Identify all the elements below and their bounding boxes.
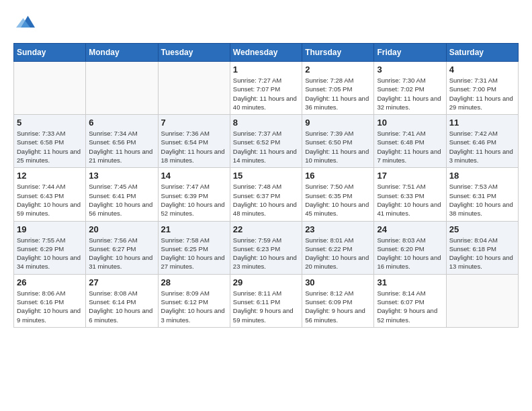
calendar-cell: 16Sunrise: 7:50 AMSunset: 6:35 PMDayligh…: [302, 168, 374, 221]
calendar-cell: 28Sunrise: 8:09 AMSunset: 6:12 PMDayligh…: [158, 274, 230, 327]
day-number: 4: [449, 64, 515, 75]
day-number: 9: [305, 118, 371, 128]
calendar-cell: 8Sunrise: 7:37 AMSunset: 6:52 PMDaylight…: [230, 115, 302, 168]
day-number: 24: [377, 224, 443, 234]
logo-icon: [16, 13, 35, 32]
day-info: Sunrise: 7:34 AMSunset: 6:56 PMDaylight:…: [89, 129, 154, 165]
day-info: Sunrise: 8:14 AMSunset: 6:07 PMDaylight:…: [377, 289, 443, 324]
calendar-cell: 18Sunrise: 7:53 AMSunset: 6:31 PMDayligh…: [446, 168, 518, 221]
calendar-cell: 24Sunrise: 8:03 AMSunset: 6:20 PMDayligh…: [374, 221, 446, 274]
calendar-cell: [14, 62, 86, 115]
calendar-cell: 30Sunrise: 8:12 AMSunset: 6:09 PMDayligh…: [302, 274, 374, 327]
day-number: 26: [17, 277, 83, 287]
day-info: Sunrise: 7:50 AMSunset: 6:35 PMDaylight:…: [305, 182, 371, 218]
day-number: 19: [17, 224, 83, 234]
day-info: Sunrise: 8:06 AMSunset: 6:16 PMDaylight:…: [17, 289, 83, 324]
day-number: 30: [305, 277, 371, 287]
day-number: 2: [305, 64, 371, 75]
day-info: Sunrise: 8:04 AMSunset: 6:18 PMDaylight:…: [449, 236, 515, 271]
day-number: 10: [377, 118, 443, 128]
day-info: Sunrise: 7:51 AMSunset: 6:33 PMDaylight:…: [377, 182, 443, 218]
day-info: Sunrise: 7:42 AMSunset: 6:46 PMDaylight:…: [449, 129, 515, 165]
day-number: 28: [161, 277, 227, 287]
calendar-cell: [158, 62, 230, 115]
calendar-cell: 20Sunrise: 7:56 AMSunset: 6:27 PMDayligh…: [86, 221, 158, 274]
calendar-cell: 13Sunrise: 7:45 AMSunset: 6:41 PMDayligh…: [86, 168, 158, 221]
calendar-cell: 1Sunrise: 7:27 AMSunset: 7:07 PMDaylight…: [230, 62, 302, 115]
day-info: Sunrise: 8:09 AMSunset: 6:12 PMDaylight:…: [161, 289, 227, 324]
calendar-cell: 31Sunrise: 8:14 AMSunset: 6:07 PMDayligh…: [374, 274, 446, 327]
calendar-cell: 15Sunrise: 7:48 AMSunset: 6:37 PMDayligh…: [230, 168, 302, 221]
day-number: 22: [233, 224, 299, 234]
day-number: 20: [89, 224, 154, 234]
calendar-cell: 10Sunrise: 7:41 AMSunset: 6:48 PMDayligh…: [374, 115, 446, 168]
day-info: Sunrise: 8:12 AMSunset: 6:09 PMDaylight:…: [305, 289, 371, 324]
calendar-cell: 4Sunrise: 7:31 AMSunset: 7:00 PMDaylight…: [446, 62, 518, 115]
day-number: 6: [89, 118, 154, 128]
calendar-cell: 6Sunrise: 7:34 AMSunset: 6:56 PMDaylight…: [86, 115, 158, 168]
calendar-cell: 12Sunrise: 7:44 AMSunset: 6:43 PMDayligh…: [14, 168, 86, 221]
calendar-header-row: SundayMondayTuesdayWednesdayThursdayFrid…: [14, 44, 519, 62]
header-thursday: Thursday: [302, 44, 374, 62]
calendar-cell: 17Sunrise: 7:51 AMSunset: 6:33 PMDayligh…: [374, 168, 446, 221]
calendar-cell: 27Sunrise: 8:08 AMSunset: 6:14 PMDayligh…: [86, 274, 158, 327]
day-number: 31: [377, 277, 443, 287]
day-number: 25: [449, 224, 515, 234]
day-info: Sunrise: 8:01 AMSunset: 6:22 PMDaylight:…: [305, 236, 371, 271]
calendar-cell: [446, 274, 518, 327]
day-number: 1: [233, 64, 299, 75]
day-number: 7: [161, 118, 227, 128]
calendar-cell: 11Sunrise: 7:42 AMSunset: 6:46 PMDayligh…: [446, 115, 518, 168]
day-number: 17: [377, 171, 443, 181]
day-number: 15: [233, 171, 299, 181]
day-number: 11: [449, 118, 515, 128]
calendar-week-5: 26Sunrise: 8:06 AMSunset: 6:16 PMDayligh…: [14, 274, 519, 327]
day-info: Sunrise: 7:41 AMSunset: 6:48 PMDaylight:…: [377, 129, 443, 165]
calendar-week-2: 5Sunrise: 7:33 AMSunset: 6:58 PMDaylight…: [14, 115, 519, 168]
calendar-cell: 25Sunrise: 8:04 AMSunset: 6:18 PMDayligh…: [446, 221, 518, 274]
day-info: Sunrise: 7:33 AMSunset: 6:58 PMDaylight:…: [17, 129, 83, 165]
page-header: [13, 13, 519, 32]
calendar-week-3: 12Sunrise: 7:44 AMSunset: 6:43 PMDayligh…: [14, 168, 519, 221]
day-number: 8: [233, 118, 299, 128]
day-info: Sunrise: 7:30 AMSunset: 7:02 PMDaylight:…: [377, 76, 443, 111]
day-number: 21: [161, 224, 227, 234]
day-info: Sunrise: 7:37 AMSunset: 6:52 PMDaylight:…: [233, 129, 299, 165]
calendar-cell: 14Sunrise: 7:47 AMSunset: 6:39 PMDayligh…: [158, 168, 230, 221]
logo: [13, 13, 35, 32]
header-wednesday: Wednesday: [230, 44, 302, 62]
header-tuesday: Tuesday: [158, 44, 230, 62]
day-info: Sunrise: 7:48 AMSunset: 6:37 PMDaylight:…: [233, 182, 299, 218]
day-number: 29: [233, 277, 299, 287]
day-info: Sunrise: 8:11 AMSunset: 6:11 PMDaylight:…: [233, 289, 299, 324]
day-number: 13: [89, 171, 154, 181]
day-info: Sunrise: 7:55 AMSunset: 6:29 PMDaylight:…: [17, 236, 83, 271]
calendar-week-1: 1Sunrise: 7:27 AMSunset: 7:07 PMDaylight…: [14, 62, 519, 115]
calendar-cell: 21Sunrise: 7:58 AMSunset: 6:25 PMDayligh…: [158, 221, 230, 274]
calendar-cell: 19Sunrise: 7:55 AMSunset: 6:29 PMDayligh…: [14, 221, 86, 274]
day-info: Sunrise: 7:59 AMSunset: 6:23 PMDaylight:…: [233, 236, 299, 271]
calendar-cell: 2Sunrise: 7:28 AMSunset: 7:05 PMDaylight…: [302, 62, 374, 115]
calendar-cell: 7Sunrise: 7:36 AMSunset: 6:54 PMDaylight…: [158, 115, 230, 168]
day-info: Sunrise: 7:44 AMSunset: 6:43 PMDaylight:…: [17, 182, 83, 218]
calendar-cell: 29Sunrise: 8:11 AMSunset: 6:11 PMDayligh…: [230, 274, 302, 327]
day-info: Sunrise: 7:27 AMSunset: 7:07 PMDaylight:…: [233, 76, 299, 111]
header-sunday: Sunday: [14, 44, 86, 62]
day-info: Sunrise: 7:58 AMSunset: 6:25 PMDaylight:…: [161, 236, 227, 271]
day-info: Sunrise: 8:03 AMSunset: 6:20 PMDaylight:…: [377, 236, 443, 271]
calendar-cell: 22Sunrise: 7:59 AMSunset: 6:23 PMDayligh…: [230, 221, 302, 274]
day-info: Sunrise: 7:31 AMSunset: 7:00 PMDaylight:…: [449, 76, 515, 111]
day-info: Sunrise: 7:28 AMSunset: 7:05 PMDaylight:…: [305, 76, 371, 111]
calendar-table: SundayMondayTuesdayWednesdayThursdayFrid…: [13, 43, 519, 328]
day-number: 12: [17, 171, 83, 181]
calendar-cell: 9Sunrise: 7:39 AMSunset: 6:50 PMDaylight…: [302, 115, 374, 168]
day-info: Sunrise: 7:39 AMSunset: 6:50 PMDaylight:…: [305, 129, 371, 165]
day-info: Sunrise: 7:47 AMSunset: 6:39 PMDaylight:…: [161, 182, 227, 218]
day-number: 5: [17, 118, 83, 128]
day-info: Sunrise: 7:36 AMSunset: 6:54 PMDaylight:…: [161, 129, 227, 165]
header-monday: Monday: [86, 44, 158, 62]
calendar-cell: 26Sunrise: 8:06 AMSunset: 6:16 PMDayligh…: [14, 274, 86, 327]
day-number: 16: [305, 171, 371, 181]
header-saturday: Saturday: [446, 44, 518, 62]
day-info: Sunrise: 7:45 AMSunset: 6:41 PMDaylight:…: [89, 182, 154, 218]
